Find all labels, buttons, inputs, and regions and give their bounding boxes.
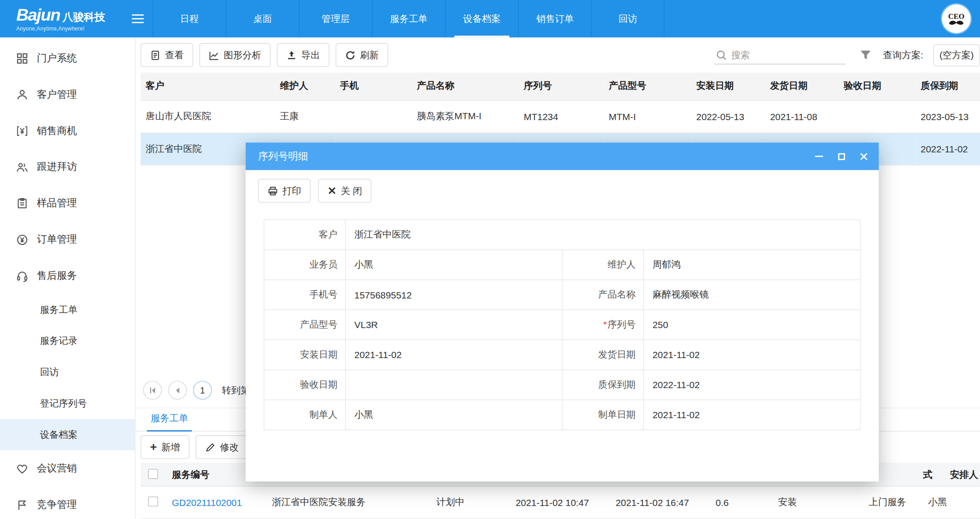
field-label: 制单人 <box>264 400 345 430</box>
cell: 安装 <box>773 497 863 509</box>
field-label: 产品名称 <box>562 280 643 310</box>
menu-toggle-icon[interactable] <box>122 0 152 38</box>
first-page-button[interactable] <box>143 381 162 400</box>
sidebar-sub-device-archive[interactable]: 设备档案 <box>0 419 135 450</box>
modal-close-button[interactable]: ✕ 关 闭 <box>318 179 371 203</box>
pencil-icon <box>205 442 216 453</box>
print-button[interactable]: 打印 <box>258 179 311 203</box>
edit-button[interactable]: 修改 <box>196 435 248 459</box>
search-box <box>714 46 846 64</box>
sidebar-item-label: 登记序列号 <box>40 398 87 410</box>
cell <box>335 100 412 133</box>
field-label: 业务员 <box>264 250 345 280</box>
sidebar-item-aftersales[interactable]: 售后服务 <box>0 258 135 294</box>
sidebar-item-meetings[interactable]: 会议营销 <box>0 450 135 487</box>
field-label: 验收日期 <box>264 370 345 400</box>
serial-detail-modal: 序列号明细 ✕ 打印 ✕ 关 闭 客户 浙江 <box>246 143 879 481</box>
edit-button-label: 修改 <box>220 441 239 453</box>
refresh-button[interactable]: 刷新 <box>336 43 388 67</box>
export-button-label: 导出 <box>301 49 320 61</box>
export-button[interactable]: 导出 <box>277 43 329 67</box>
sidebar-item-label: 订单管理 <box>37 233 77 246</box>
field-value: 浙江省中医院 <box>345 220 860 250</box>
filter-icon[interactable] <box>859 49 872 61</box>
current-page[interactable]: 1 <box>193 381 212 400</box>
export-icon <box>286 50 297 61</box>
yen-bracket-icon <box>16 125 28 137</box>
x-icon: ✕ <box>328 186 337 196</box>
cell: MT1234 <box>519 100 604 133</box>
search-input[interactable] <box>731 49 838 60</box>
prev-page-button[interactable] <box>168 381 187 400</box>
nav-tab-desktop[interactable]: 桌面 <box>226 0 299 38</box>
sidebar-item-label: 服务记录 <box>40 335 78 347</box>
modal-body: 打印 ✕ 关 闭 客户 浙江省中医院 业务员 小黑 维护人 周郁鸿 <box>246 170 879 481</box>
sidebar-item-label: 设备档案 <box>40 428 78 441</box>
service-row[interactable]: GD20211102001 浙江省中医院安装服务 计划中 2021-11-02 … <box>141 486 980 519</box>
query-plan-label: 查询方案: <box>883 49 924 61</box>
view-button[interactable]: 查看 <box>141 43 193 67</box>
sidebar-item-opportunities[interactable]: 销售商机 <box>0 112 135 149</box>
app-logo[interactable]: Bajun 八骏科技 Anyone,Anytime,Anywhere! <box>0 0 122 38</box>
brand-en: Bajun <box>16 6 60 25</box>
field-label: 安装日期 <box>264 340 345 370</box>
sidebar-item-label: 销售商机 <box>37 124 77 137</box>
maximize-icon[interactable] <box>836 151 846 161</box>
users-icon <box>16 161 28 173</box>
cell: 2021-11-08 <box>765 100 839 133</box>
sidebar-item-orders[interactable]: 订单管理 <box>0 221 135 258</box>
plus-icon: + <box>150 441 157 453</box>
device-row[interactable]: 唐山市人民医院 王康 胰岛素泵MTM-I MT1234 MTM-I 2022-0… <box>141 100 980 133</box>
sidebar-item-label: 回访 <box>40 366 59 378</box>
select-all-checkbox[interactable] <box>148 469 158 479</box>
chart-analysis-button[interactable]: 图形分析 <box>199 43 271 67</box>
sidebar-item-samples[interactable]: 样品管理 <box>0 185 135 221</box>
nav-tab-sales-orders[interactable]: 销售订单 <box>518 0 591 38</box>
cell: 2021-11-02 10:47 <box>511 497 611 508</box>
mustache-icon <box>947 20 966 27</box>
close-icon[interactable]: ✕ <box>859 151 868 161</box>
sidebar-item-label: 售后服务 <box>37 269 77 282</box>
cell: MTM-I <box>604 100 691 133</box>
brand-tagline: Anyone,Anytime,Anywhere! <box>16 26 122 32</box>
add-button[interactable]: + 新增 <box>141 435 190 459</box>
row-checkbox[interactable] <box>148 497 158 506</box>
query-plan-select[interactable]: (空方案) <box>933 44 980 66</box>
sidebar-item-customers[interactable]: 客户管理 <box>0 76 135 112</box>
field-value: 2021-11-02 <box>643 340 860 370</box>
minimize-icon[interactable] <box>814 151 824 161</box>
first-page-icon <box>148 386 156 394</box>
cell: 2022-11-02 <box>915 133 980 165</box>
field-label: 制单日期 <box>562 400 643 430</box>
field-label: 维护人 <box>562 250 643 280</box>
nav-tab-revisit[interactable]: 回访 <box>591 0 664 38</box>
sidebar-sub-service-orders[interactable]: 服务工单 <box>0 294 135 325</box>
cell: 小黑 <box>923 497 980 509</box>
heart-icon <box>16 463 28 475</box>
device-table-header: 客户 维护人 手机 产品名称 序列号 产品型号 安装日期 发货日期 验收日期 质… <box>141 73 980 100</box>
close-button-label: 关 闭 <box>341 185 363 197</box>
nav-tab-service-orders[interactable]: 服务工单 <box>372 0 445 38</box>
cell: 浙江省中医院安装服务 <box>267 497 432 509</box>
col-header-assignee: 安排人 <box>950 463 978 486</box>
view-button-label: 查看 <box>165 49 184 61</box>
col-header-service-id: 服务编号 <box>172 463 210 486</box>
sidebar-sub-serial-register[interactable]: 登记序列号 <box>0 388 135 419</box>
nav-tab-management[interactable]: 管理层 <box>299 0 372 38</box>
sidebar-item-visits[interactable]: 跟进拜访 <box>0 149 135 185</box>
field-value: 小黑 <box>345 250 562 280</box>
field-value: 2022-11-02 <box>643 370 860 400</box>
field-label: 客户 <box>264 220 345 250</box>
service-id-link[interactable]: GD20211102001 <box>167 497 267 508</box>
sidebar-sub-revisit[interactable]: 回访 <box>0 356 135 388</box>
sidebar-item-competition[interactable]: 竞争管理 <box>0 486 135 519</box>
brand-cn: 八骏科技 <box>63 10 105 24</box>
avatar[interactable]: CEO <box>942 4 971 33</box>
nav-tab-schedule[interactable]: 日程 <box>152 0 225 38</box>
nav-tab-device-archive[interactable]: 设备档案 <box>445 0 518 38</box>
tab-service-orders[interactable]: 服务工单 <box>147 413 192 432</box>
sidebar-sub-service-records[interactable]: 服务记录 <box>0 325 135 357</box>
sidebar-item-label: 门户系统 <box>37 52 77 65</box>
sidebar-item-portal[interactable]: 门户系统 <box>0 40 135 76</box>
sidebar-item-label: 客户管理 <box>37 88 77 101</box>
